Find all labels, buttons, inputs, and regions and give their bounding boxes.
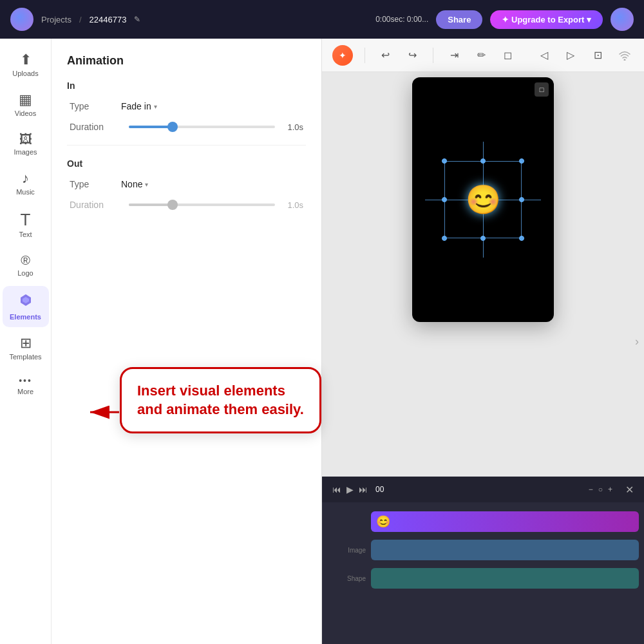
out-duration-row: Duration 1.0s bbox=[67, 200, 306, 210]
share-button[interactable]: Share bbox=[436, 10, 482, 29]
out-type-label: Type bbox=[70, 179, 121, 189]
track-row-1: 😊 bbox=[322, 507, 644, 536]
timeline-close-button[interactable]: ✕ bbox=[625, 484, 634, 496]
timeline-play-button[interactable]: ▶ bbox=[346, 484, 354, 495]
canvas-preview: □ bbox=[412, 77, 554, 322]
svg-point-4 bbox=[624, 59, 626, 61]
out-duration-slider bbox=[129, 204, 275, 206]
in-type-label: Type bbox=[70, 101, 121, 111]
projects-link[interactable]: Projects bbox=[41, 15, 71, 24]
track-label-2: Image bbox=[327, 547, 366, 554]
logo-icon: ® bbox=[21, 254, 30, 267]
callout-text: Insert visual elements and animate them … bbox=[137, 383, 304, 417]
forward-tool[interactable]: ▷ bbox=[562, 46, 580, 64]
handle-mr[interactable] bbox=[519, 197, 524, 202]
sidebar-item-music[interactable]: ♪ Music bbox=[3, 165, 49, 202]
undo-button[interactable]: ↩ bbox=[377, 46, 395, 64]
in-duration-label: Duration bbox=[70, 122, 121, 132]
sidebar-item-templates[interactable]: ⊞ Templates bbox=[3, 330, 49, 367]
handle-tl[interactable] bbox=[442, 158, 447, 164]
sidebar-item-label-templates: Templates bbox=[9, 353, 41, 361]
callout-bubble: Insert visual elements and animate them … bbox=[120, 367, 321, 433]
timeline-right-controls: − ○ + bbox=[589, 485, 612, 494]
time-display: 0:00sec: 0:00... bbox=[375, 15, 428, 24]
timeline-tracks: 😊 Image Shape bbox=[322, 502, 644, 598]
out-type-row: Type None ▾ bbox=[67, 179, 306, 189]
callout-arrow-container bbox=[84, 399, 120, 430]
chevron-down-icon-2: ▾ bbox=[145, 181, 148, 188]
edit-icon[interactable]: ✎ bbox=[134, 15, 140, 24]
handle-ml[interactable] bbox=[442, 197, 447, 202]
in-duration-slider[interactable] bbox=[129, 126, 275, 128]
app-logo[interactable] bbox=[10, 8, 33, 31]
pen-tool[interactable]: ✏ bbox=[472, 46, 490, 64]
sidebar-item-images[interactable]: 🖼 Images bbox=[3, 126, 49, 162]
handle-br[interactable] bbox=[519, 236, 524, 241]
sidebar-item-label-music: Music bbox=[16, 188, 35, 196]
callout-tooltip: Insert visual elements and animate them … bbox=[84, 367, 321, 433]
shape-tool[interactable]: ◻ bbox=[499, 46, 517, 64]
track-2[interactable] bbox=[371, 540, 639, 560]
canvas-toolbar: ✦ ↩ ↪ ⇥ ✏ ◻ ◁ ▷ ⊡ bbox=[322, 39, 644, 72]
redo-button[interactable]: ↪ bbox=[404, 46, 422, 64]
out-duration-label: Duration bbox=[70, 200, 121, 210]
timeline-next-button[interactable]: ⏭ bbox=[359, 484, 368, 495]
track-row-2: Image bbox=[322, 536, 644, 564]
out-section-label: Out bbox=[67, 158, 306, 169]
breadcrumb-separator: / bbox=[79, 15, 82, 24]
sidebar-item-uploads[interactable]: ⬆ Uploads bbox=[3, 46, 49, 84]
sidebar-item-more[interactable]: ••• More bbox=[3, 370, 49, 402]
upgrade-button[interactable]: ✦ Upgrade to Export ▾ bbox=[490, 10, 603, 29]
timeline-header: ⏮ ▶ ⏭ 00 − ○ + ✕ bbox=[322, 477, 644, 502]
text-icon: T bbox=[21, 211, 31, 228]
back-tool[interactable]: ◁ bbox=[535, 46, 553, 64]
preview-close-button[interactable]: □ bbox=[535, 82, 549, 97]
toolbar-divider bbox=[365, 48, 365, 63]
callout-arrow-icon bbox=[84, 399, 122, 430]
in-type-dropdown[interactable]: Fade in ▾ bbox=[121, 101, 157, 111]
main-content: ⬆ Uploads ▦ Videos 🖼 Images ♪ Music T Te… bbox=[0, 39, 644, 644]
chevron-down-icon: ▾ bbox=[154, 103, 157, 110]
out-duration-value: 1.0s bbox=[283, 200, 303, 210]
timeline-zoom-out[interactable]: − bbox=[589, 485, 593, 494]
sidebar: ⬆ Uploads ▦ Videos 🖼 Images ♪ Music T Te… bbox=[0, 39, 52, 644]
sidebar-item-text[interactable]: T Text bbox=[3, 205, 49, 245]
timeline-prev-button[interactable]: ⏮ bbox=[332, 484, 341, 495]
track-3[interactable] bbox=[371, 568, 639, 589]
handle-tr[interactable] bbox=[519, 158, 524, 164]
grid-tool[interactable]: ⊡ bbox=[589, 46, 607, 64]
timeline-zoom-in[interactable]: + bbox=[608, 485, 612, 494]
sidebar-item-label-elements: Elements bbox=[10, 313, 41, 321]
sidebar-item-label-logo: Logo bbox=[17, 269, 33, 277]
track-label-3: Shape bbox=[327, 575, 366, 582]
out-type-dropdown[interactable]: None ▾ bbox=[121, 179, 148, 189]
handle-bl[interactable] bbox=[442, 236, 447, 241]
videos-icon: ▦ bbox=[19, 93, 32, 107]
selection-container: 😊 bbox=[444, 161, 522, 238]
toolbar-divider-2 bbox=[433, 48, 433, 63]
user-avatar[interactable] bbox=[611, 8, 634, 31]
sidebar-item-label-videos: Videos bbox=[15, 109, 36, 117]
cursor-tool[interactable]: ⇥ bbox=[445, 46, 463, 64]
in-section-label: In bbox=[67, 80, 306, 91]
project-name[interactable]: 22446773 bbox=[90, 15, 127, 24]
sidebar-item-label-uploads: Uploads bbox=[12, 70, 38, 77]
track-1[interactable]: 😊 bbox=[371, 511, 639, 532]
animation-panel: Animation In Type Fade in ▾ Duration 1.0… bbox=[52, 39, 322, 644]
in-duration-value: 1.0s bbox=[283, 122, 303, 132]
handle-bm[interactable] bbox=[480, 236, 486, 241]
sidebar-item-videos[interactable]: ▦ Videos bbox=[3, 86, 49, 124]
sidebar-item-elements[interactable]: Elements bbox=[3, 286, 49, 327]
handle-tm[interactable] bbox=[480, 158, 486, 164]
timeline-time-display: 00 bbox=[375, 485, 384, 494]
sidebar-item-logo[interactable]: ® Logo bbox=[3, 247, 49, 283]
timeline-zoom-level: ○ bbox=[598, 485, 603, 494]
sidebar-item-label-images: Images bbox=[14, 148, 37, 156]
images-icon: 🖼 bbox=[19, 133, 32, 146]
topbar: Projects / 22446773 ✎ 0:00sec: 0:00... S… bbox=[0, 0, 644, 39]
preview-emoji: 😊 bbox=[466, 183, 501, 216]
collapse-panel-button[interactable]: › bbox=[635, 335, 639, 348]
timeline-controls: ⏮ ▶ ⏭ bbox=[332, 484, 368, 495]
sidebar-item-label-text: Text bbox=[19, 231, 32, 238]
canvas-logo: ✦ bbox=[332, 45, 353, 66]
